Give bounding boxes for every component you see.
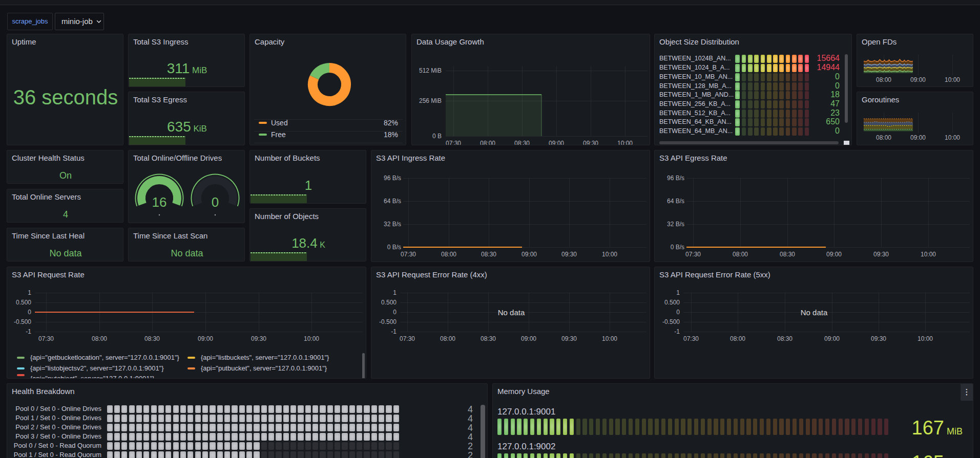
svg-text:09:00: 09:00 (826, 251, 842, 258)
svg-text:09:00: 09:00 (198, 335, 213, 342)
svg-text:64 B/s: 64 B/s (384, 198, 401, 205)
svg-text:10:00: 10:00 (304, 335, 319, 342)
svg-text:08:30: 08:30 (777, 335, 793, 342)
svg-text:08:30: 08:30 (481, 251, 496, 258)
svg-text:07:30: 07:30 (685, 251, 701, 258)
svg-text:08:30: 08:30 (144, 335, 160, 342)
svg-text:08:30: 08:30 (481, 335, 496, 342)
svg-text:0 B/s: 0 B/s (387, 244, 401, 251)
svg-text:09:00: 09:00 (521, 335, 536, 342)
svg-text:08:30: 08:30 (780, 251, 795, 258)
svg-text:32 B/s: 32 B/s (384, 221, 401, 228)
svg-text:96 B/s: 96 B/s (384, 175, 401, 182)
svg-text:08:00: 08:00 (876, 134, 891, 141)
svg-text:-0.500: -0.500 (379, 318, 397, 325)
svg-text:09:00: 09:00 (910, 76, 926, 83)
svg-text:09:00: 09:00 (824, 335, 840, 342)
svg-text:09:00: 09:00 (549, 140, 564, 145)
svg-text:0.500: 0.500 (16, 299, 31, 306)
svg-text:07:30: 07:30 (38, 335, 54, 342)
svg-text:0.500: 0.500 (664, 299, 680, 306)
svg-text:09:30: 09:30 (871, 335, 886, 342)
svg-text:09:30: 09:30 (873, 251, 889, 258)
svg-text:0: 0 (212, 194, 219, 210)
svg-text:512 MiB: 512 MiB (419, 67, 442, 74)
svg-text:0: 0 (393, 309, 397, 316)
svg-text:-1: -1 (391, 328, 397, 335)
svg-text:-0.500: -0.500 (662, 318, 680, 325)
svg-text:256 MiB: 256 MiB (419, 97, 442, 104)
svg-text:10:00: 10:00 (602, 251, 617, 258)
svg-text:10:00: 10:00 (602, 335, 617, 342)
svg-text:10:00: 10:00 (945, 134, 960, 141)
svg-text:09:30: 09:30 (251, 335, 266, 342)
svg-text:16: 16 (152, 194, 167, 210)
svg-text:Used: Used (271, 119, 288, 127)
svg-text:09:30: 09:30 (561, 335, 577, 342)
svg-text:08:00: 08:00 (876, 76, 891, 83)
svg-text:Free: Free (271, 130, 286, 139)
svg-text:07:30: 07:30 (446, 140, 461, 145)
svg-text:-1: -1 (26, 328, 31, 335)
svg-text:0: 0 (28, 309, 31, 316)
svg-text:09:00: 09:00 (522, 251, 537, 258)
svg-text:09:30: 09:30 (561, 251, 577, 258)
svg-text:82%: 82% (384, 119, 398, 127)
svg-text:0 B: 0 B (432, 133, 442, 140)
svg-text:08:00: 08:00 (733, 251, 748, 258)
svg-text:0 B/s: 0 B/s (671, 244, 684, 251)
svg-text:32 B/s: 32 B/s (667, 221, 684, 228)
svg-text:1: 1 (676, 289, 680, 296)
svg-text:10:00: 10:00 (945, 76, 960, 83)
svg-text:08:00: 08:00 (480, 140, 495, 145)
svg-text:08:00: 08:00 (730, 335, 745, 342)
svg-text:07:30: 07:30 (401, 251, 416, 258)
svg-text:No data: No data (801, 308, 828, 317)
svg-text:-1: -1 (674, 328, 680, 335)
svg-text:96 B/s: 96 B/s (667, 175, 684, 182)
svg-text:08:00: 08:00 (440, 335, 455, 342)
svg-text:10:00: 10:00 (921, 251, 936, 258)
svg-text:08:00: 08:00 (441, 251, 456, 258)
svg-text:08:00: 08:00 (92, 335, 107, 342)
svg-text:18%: 18% (384, 130, 398, 139)
svg-text:-0.500: -0.500 (14, 318, 31, 325)
svg-text:10:00: 10:00 (918, 335, 933, 342)
svg-text:No data: No data (498, 308, 525, 317)
svg-text:09:00: 09:00 (910, 134, 926, 141)
svg-text:64 B/s: 64 B/s (667, 198, 684, 205)
svg-text:08:30: 08:30 (514, 140, 530, 145)
svg-text:09:30: 09:30 (583, 140, 598, 145)
svg-text:0: 0 (676, 309, 680, 316)
svg-text:1: 1 (393, 289, 397, 296)
svg-text:1: 1 (28, 289, 31, 296)
svg-text:10:00: 10:00 (617, 140, 633, 145)
svg-text:07:30: 07:30 (683, 335, 699, 342)
svg-text:0.500: 0.500 (381, 299, 397, 306)
svg-text:07:30: 07:30 (400, 335, 415, 342)
